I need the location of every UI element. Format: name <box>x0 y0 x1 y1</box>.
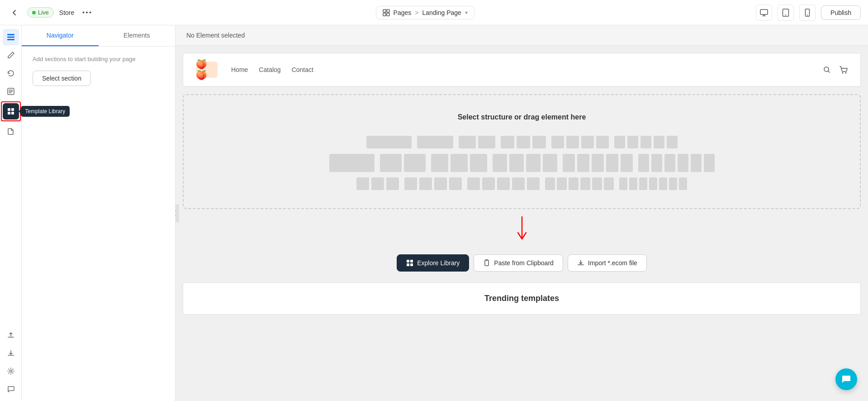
sidebar-icon-chat[interactable] <box>3 381 19 397</box>
struct-block[interactable] <box>678 154 688 172</box>
struct-blocks-group[interactable] <box>614 136 678 148</box>
tablet-view-button[interactable] <box>778 5 794 21</box>
desktop-view-button[interactable] <box>756 5 772 21</box>
paste-clipboard-button[interactable]: Paste from Clipboard <box>474 254 563 272</box>
struct-blocks-group[interactable] <box>638 154 715 172</box>
struct-block[interactable] <box>526 154 541 172</box>
back-button[interactable] <box>7 5 22 20</box>
struct-blocks-group[interactable] <box>551 136 609 148</box>
struct-block[interactable] <box>592 154 604 172</box>
struct-block[interactable] <box>512 177 525 190</box>
more-button[interactable] <box>80 5 94 20</box>
template-library-button[interactable] <box>3 103 19 119</box>
struct-block[interactable] <box>667 136 678 148</box>
struct-block[interactable] <box>651 154 662 172</box>
struct-block[interactable] <box>654 136 664 148</box>
import-ecom-button[interactable]: Import *.ecom file <box>568 254 647 272</box>
explore-library-button[interactable]: Explore Library <box>397 254 469 272</box>
struct-block[interactable] <box>577 154 589 172</box>
struct-blocks-group[interactable] <box>501 136 546 148</box>
struct-blocks-group[interactable] <box>493 154 557 172</box>
chat-bubble-button[interactable] <box>835 368 857 390</box>
sidebar-icon-upload[interactable] <box>3 327 19 343</box>
struct-block[interactable] <box>629 177 637 190</box>
struct-block[interactable] <box>329 154 375 172</box>
struct-blocks-group[interactable] <box>563 154 633 172</box>
struct-block[interactable] <box>649 177 657 190</box>
struct-block[interactable] <box>691 154 702 172</box>
structure-row-3[interactable] <box>356 177 687 190</box>
struct-block[interactable] <box>557 177 567 190</box>
struct-block[interactable] <box>527 177 540 190</box>
struct-block[interactable] <box>592 177 602 190</box>
struct-blocks-group[interactable] <box>431 154 487 172</box>
struct-block[interactable] <box>669 177 677 190</box>
struct-block[interactable] <box>404 177 417 190</box>
sidebar-icon-download[interactable] <box>3 345 19 361</box>
struct-block[interactable] <box>566 136 579 148</box>
struct-block[interactable] <box>627 136 638 148</box>
struct-block[interactable] <box>543 154 557 172</box>
struct-block[interactable] <box>501 136 514 148</box>
struct-block[interactable] <box>639 177 647 190</box>
struct-block[interactable] <box>404 154 426 172</box>
struct-block[interactable] <box>580 177 590 190</box>
struct-block[interactable] <box>664 154 675 172</box>
struct-block[interactable] <box>532 136 546 148</box>
struct-block[interactable] <box>563 154 575 172</box>
struct-block[interactable] <box>619 177 627 190</box>
struct-blocks-group[interactable] <box>467 177 540 190</box>
struct-block[interactable] <box>478 136 495 148</box>
struct-block[interactable] <box>497 177 510 190</box>
sidebar-icon-files[interactable] <box>3 123 19 139</box>
struct-blocks-group[interactable] <box>545 177 614 190</box>
struct-blocks-group[interactable] <box>459 136 495 148</box>
struct-block[interactable] <box>640 136 651 148</box>
struct-block[interactable] <box>679 177 687 190</box>
struct-block[interactable] <box>366 136 412 148</box>
struct-block[interactable] <box>493 154 507 172</box>
drop-zone[interactable]: Select structure or drag element here <box>183 94 861 209</box>
struct-blocks-group[interactable] <box>619 177 687 190</box>
sidebar-icon-edit[interactable] <box>3 47 19 63</box>
sidebar-icon-navigator[interactable] <box>3 29 19 45</box>
mobile-view-button[interactable] <box>799 5 816 21</box>
select-section-button[interactable]: Select section <box>33 71 91 86</box>
struct-blocks-group[interactable] <box>380 154 426 172</box>
struct-block[interactable] <box>545 177 555 190</box>
struct-block[interactable] <box>551 136 564 148</box>
struct-block[interactable] <box>604 177 614 190</box>
sidebar-icon-pages[interactable] <box>3 83 19 100</box>
struct-block[interactable] <box>596 136 609 148</box>
tab-elements[interactable]: Elements <box>99 25 175 46</box>
structure-row-2[interactable] <box>329 154 715 172</box>
struct-block[interactable] <box>380 154 402 172</box>
struct-block[interactable] <box>621 154 633 172</box>
canvas-scroll[interactable]: 🍑🍑 Home Catalog Contact Select structure… <box>175 46 868 401</box>
struct-block[interactable] <box>356 177 369 190</box>
struct-block[interactable] <box>459 136 476 148</box>
struct-block[interactable] <box>451 154 468 172</box>
struct-block[interactable] <box>470 154 487 172</box>
struct-block[interactable] <box>509 154 524 172</box>
structure-row-1[interactable] <box>366 136 678 148</box>
struct-block[interactable] <box>431 154 448 172</box>
struct-block[interactable] <box>638 154 649 172</box>
struct-block[interactable] <box>371 177 384 190</box>
struct-block[interactable] <box>417 136 453 148</box>
struct-block[interactable] <box>606 154 618 172</box>
collapse-panel-handle[interactable] <box>175 204 179 222</box>
struct-block[interactable] <box>419 177 432 190</box>
sidebar-icon-history[interactable] <box>3 65 19 81</box>
struct-block[interactable] <box>434 177 447 190</box>
struct-blocks-group[interactable] <box>404 177 462 190</box>
breadcrumb[interactable]: Pages > Landing Page ▾ <box>376 6 474 19</box>
struct-block[interactable] <box>482 177 495 190</box>
sidebar-icon-settings[interactable] <box>3 363 19 379</box>
tab-navigator[interactable]: Navigator <box>22 25 99 46</box>
struct-blocks-group[interactable] <box>356 177 399 190</box>
struct-block[interactable] <box>569 177 579 190</box>
struct-block[interactable] <box>517 136 530 148</box>
struct-block[interactable] <box>704 154 715 172</box>
struct-block[interactable] <box>581 136 594 148</box>
